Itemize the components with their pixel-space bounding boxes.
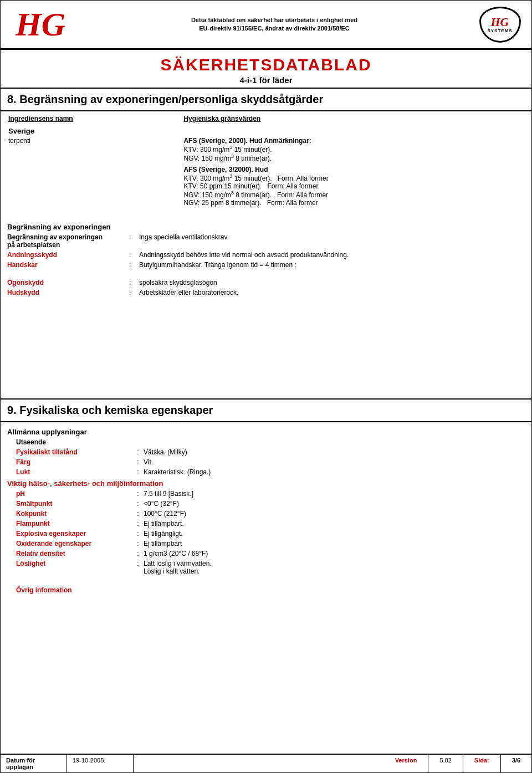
main-title: SÄKERHETSDATABLAD — [1, 55, 531, 74]
exposure-table: Ingrediensens namn Hygieniska gränsvärde… — [1, 111, 531, 208]
prot-label-0: Begränsning av exponeringenpå arbetsplat… — [7, 233, 129, 249]
header-tagline: Detta faktablad om säkerhet har utarbeta… — [85, 16, 464, 33]
prot-row-3: Ögonskydd : spolsäkra skyddsglasögon — [1, 278, 531, 288]
logo-right: HG SYSTEMS — [475, 5, 525, 44]
solubility-line2: Löslig i kallt vatten. — [144, 567, 200, 575]
color-colon: : — [132, 458, 144, 466]
explosive-value: Ej tillgängligt. — [144, 530, 525, 537]
sub-title: 4-i-1 för läder — [1, 75, 531, 85]
block2-ngv2: NGV: 25 ppm 8 timme(ar). Form: Alla form… — [183, 199, 318, 207]
physical-state-label: Fysikaliskt tillstånd — [16, 448, 132, 456]
ingredient-data-row: terpenti AFS (Sverige, 2000). Hud Anmärk… — [2, 136, 530, 207]
solubility-line1: Lätt löslig i varmvatten. — [144, 560, 212, 567]
page-footer: Datum förupplagan 19-10-2005. Version 5.… — [1, 754, 531, 772]
prot-value-1: Andningsskydd behövs inte vid normal och… — [139, 251, 525, 259]
spacer1 — [1, 208, 531, 219]
block2-title: AFS (Sverige, 3/2000). Hud — [183, 166, 268, 173]
block2-ktv2: KTV: 50 ppm 15 minut(er). Form: Alla for… — [183, 182, 318, 190]
date-label-text: Datum förupplagan — [6, 757, 35, 770]
col-ingredient-header: Ingrediensens namn — [2, 112, 176, 124]
section9-content: Allmänna upplysningar Utseende Fysikalis… — [1, 422, 531, 754]
hg-logo-text: HG — [16, 8, 65, 41]
block2: AFS (Sverige, 3/2000). Hud KTV: 300 mg/m… — [183, 166, 524, 207]
prot-row-4: Hudskydd : Arbetskläder eller laboratori… — [1, 288, 531, 298]
prot-label-3: Ögonskydd — [7, 279, 129, 286]
ph-colon: : — [132, 490, 144, 498]
boiling-colon: : — [132, 510, 144, 518]
tagline-line2: EU-direktiv 91/155/EC, ändrat av direkti… — [85, 24, 464, 33]
prot-row-0: Begränsning av exponeringenpå arbetsplat… — [1, 232, 531, 250]
important-label: Viktig hälso-, säkerhets- och miljöinfor… — [7, 477, 525, 489]
badge-hg-text: HG — [491, 16, 509, 28]
prot-colon-1: : — [129, 251, 139, 259]
header-center: Detta faktablad om säkerhet har utarbeta… — [74, 16, 475, 33]
ph-value: 7.5 till 9 [Basisk.] — [144, 490, 525, 498]
ph-label: pH — [16, 490, 132, 498]
explosive-colon: : — [132, 530, 144, 537]
physical-state-value: Vätska. (Milky) — [144, 448, 525, 456]
density-value: 1 g/cm3 (20°C / 68°F) — [144, 550, 525, 557]
flash-colon: : — [132, 520, 144, 528]
version-value-text: 5.02 — [439, 757, 451, 764]
date-value-text: 19-10-2005. — [73, 757, 105, 764]
version-label-text: Version — [395, 757, 417, 764]
prot-value-3: spolsäkra skyddsglasögon — [139, 279, 525, 286]
odor-value: Karakteristisk. (Ringa.) — [144, 468, 525, 476]
oxidizing-label: Oxiderande egenskaper — [16, 540, 132, 547]
solubility-label: Löslighet — [16, 560, 132, 575]
region-row: Sverige — [2, 125, 530, 135]
footer-version-value: 5.02 — [428, 755, 463, 772]
prot-value-0: Inga speciella ventilationskrav. — [139, 233, 525, 249]
block1-title: AFS (Sverige, 2000). Hud Anmärkningar: — [183, 137, 311, 145]
badge-systems-text: SYSTEMS — [487, 28, 512, 33]
solubility-colon: : — [132, 560, 144, 575]
boiling-value: 100°C (212°F) — [144, 510, 525, 518]
explosive-label: Explosiva egenskaper — [16, 530, 132, 537]
section8-title: 8. Begränsning av exponeringen/personlig… — [7, 93, 525, 106]
oxidizing-row: Oxiderande egenskaper : Ej tillämpbart — [7, 539, 525, 549]
page-header: HG Detta faktablad om säkerhet har utarb… — [1, 1, 531, 50]
page-label-text: Sida: — [474, 757, 489, 764]
density-row: Relativ densitet : 1 g/cm3 (20°C / 68°F) — [7, 549, 525, 559]
oxidizing-value: Ej tillämpbart — [144, 540, 525, 547]
color-row: Färg : Vit. — [7, 457, 525, 467]
title-section: SÄKERHETSDATABLAD 4-i-1 för läder — [1, 50, 531, 89]
section8-heading: 8. Begränsning av exponeringen/personlig… — [1, 89, 531, 111]
block1-ngv: NGV: 150 mg/m3 8 timme(ar). — [183, 155, 272, 162]
footer-date-value: 19-10-2005. — [67, 755, 134, 772]
flash-label: Flampunkt — [16, 520, 132, 528]
flash-row: Flampunkt : Ej tillämpbart. — [7, 519, 525, 529]
block1-ktv: KTV: 300 mg/m3 15 minut(er). — [183, 146, 272, 153]
prot-row-2: Handskar : Butylgummihandskar. Tränga ig… — [1, 260, 531, 270]
block2-ktv1: KTV: 300 mg/m3 15 minut(er). Form: Alla … — [183, 175, 328, 182]
block1: AFS (Sverige, 2000). Hud Anmärkningar: K… — [183, 137, 524, 162]
spacer2 — [1, 270, 531, 278]
prot-colon-4: : — [129, 289, 139, 296]
hg-systems-badge: HG SYSTEMS — [479, 7, 521, 43]
page-value-text: 3/6 — [512, 757, 520, 764]
odor-label: Lukt — [16, 468, 132, 476]
melting-colon: : — [132, 500, 144, 508]
footer-page-label: Sida: — [463, 755, 501, 772]
footer-page-value: 3/6 — [501, 755, 531, 772]
footer-date-label: Datum förupplagan — [1, 755, 67, 772]
density-label: Relativ densitet — [16, 550, 132, 557]
odor-row: Lukt : Karakteristisk. (Ringa.) — [7, 467, 525, 477]
appearance-label: Utseende — [16, 438, 132, 446]
ingredient-name: terpenti — [8, 137, 30, 145]
section8-content: Ingrediensens namn Hygieniska gränsvärde… — [1, 111, 531, 398]
ph-row: pH : 7.5 till 9 [Basisk.] — [7, 489, 525, 499]
explosive-row: Explosiva egenskaper : Ej tillgängligt. — [7, 529, 525, 539]
col-hygiene-header: Hygieniska gränsvärden — [177, 112, 530, 124]
density-colon: : — [132, 550, 144, 557]
general-label: Allmänna upplysningar — [7, 426, 525, 437]
color-value: Vit. — [144, 458, 525, 466]
solubility-value: Lätt löslig i varmvatten. Löslig i kallt… — [144, 560, 525, 575]
melting-row: Smältpunkt : <0°C (32°F) — [7, 499, 525, 509]
prot-colon-3: : — [129, 279, 139, 286]
tagline-line1: Detta faktablad om säkerhet har utarbeta… — [85, 16, 464, 24]
boiling-row: Kokpunkt : 100°C (212°F) — [7, 509, 525, 519]
prot-colon-2: : — [129, 261, 139, 269]
physical-state-row: Fysikaliskt tillstånd : Vätska. (Milky) — [7, 447, 525, 457]
other-row: Övrig information — [7, 585, 525, 595]
